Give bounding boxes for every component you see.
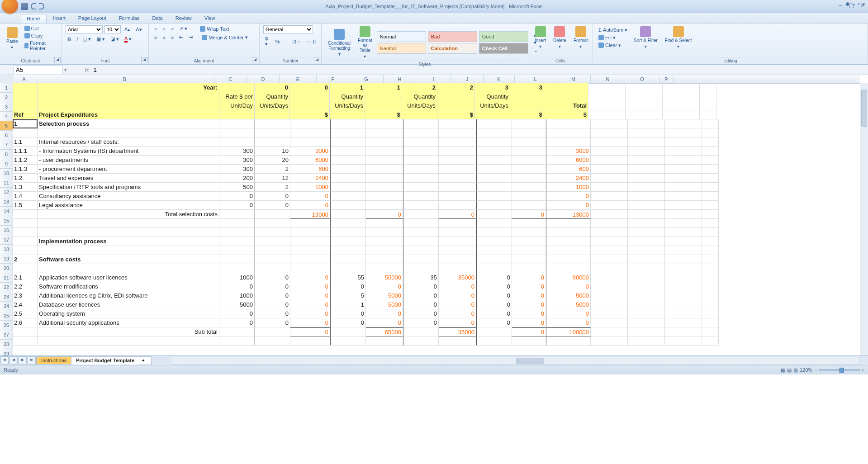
cell-P10[interactable] <box>702 165 719 174</box>
cell-L14[interactable]: 0 <box>546 201 591 210</box>
cell-A4[interactable]: Ref <box>13 110 38 119</box>
cell-D11[interactable]: 12 <box>255 174 290 183</box>
row-header-25[interactable]: 25 <box>0 311 13 321</box>
cell-D1[interactable]: 0 <box>255 83 290 92</box>
cell-J25[interactable]: 0 <box>476 300 512 309</box>
cell-A23[interactable]: 2.2 <box>13 282 38 291</box>
cell-G5[interactable] <box>366 119 403 128</box>
tab-nav-last[interactable]: ⏭ <box>28 356 36 365</box>
cell-F22[interactable]: 55 <box>330 273 366 282</box>
row-header-18[interactable]: 18 <box>0 245 13 254</box>
cell-P3[interactable] <box>700 101 716 110</box>
cell-H7[interactable] <box>403 137 439 147</box>
cell-B8[interactable]: - Information Systems (IS) department <box>38 147 219 156</box>
cell-I15[interactable]: 0 <box>439 210 476 219</box>
cell-G14[interactable] <box>366 201 403 210</box>
cell-M12[interactable] <box>591 183 628 192</box>
cell-O3[interactable] <box>663 101 700 110</box>
cell-B3[interactable] <box>38 101 219 110</box>
row-header-4[interactable]: 4 <box>0 112 13 121</box>
cell-E17[interactable] <box>290 228 330 237</box>
cell-A6[interactable] <box>13 128 38 137</box>
cell-J27[interactable]: 0 <box>476 318 512 327</box>
cell-N22[interactable] <box>628 273 665 282</box>
ribbon-minimize-icon[interactable]: – <box>853 1 855 7</box>
cell-L16[interactable] <box>546 219 591 228</box>
cell-E20[interactable] <box>290 255 330 264</box>
cell-B15[interactable]: Total selection costs <box>38 210 219 219</box>
cell-E14[interactable]: 0 <box>290 201 330 210</box>
cell-C12[interactable]: 500 <box>219 183 255 192</box>
cell-F23[interactable]: 0 <box>330 282 366 291</box>
row-header-29[interactable]: 29 <box>0 349 13 355</box>
cell-I5[interactable] <box>439 119 476 128</box>
cell-J17[interactable] <box>476 228 512 237</box>
select-all-corner[interactable] <box>0 75 13 83</box>
cell-N8[interactable] <box>628 147 665 156</box>
cell-K21[interactable] <box>512 264 546 273</box>
cell-K6[interactable] <box>512 128 546 137</box>
cell-N2[interactable] <box>626 92 663 101</box>
paste-button[interactable]: Paste ▾ <box>4 26 21 51</box>
font-launcher[interactable]: ◢ <box>141 57 147 63</box>
cell-I22[interactable]: 35000 <box>439 273 476 282</box>
cell-F3[interactable]: Units/Days <box>330 101 365 110</box>
cell-A5[interactable]: 1 <box>13 119 38 128</box>
cell-A26[interactable]: 2.5 <box>13 309 38 318</box>
row-header-26[interactable]: 26 <box>0 321 13 330</box>
cell-H27[interactable]: 0 <box>403 318 439 327</box>
cell-O11[interactable] <box>665 174 702 183</box>
cell-E11[interactable]: 2400 <box>290 174 330 183</box>
cell-F11[interactable] <box>330 174 366 183</box>
decrease-decimal-button[interactable]: ←.0 <box>305 38 318 45</box>
cell-A29[interactable] <box>13 336 38 346</box>
cell-M1[interactable] <box>588 83 626 92</box>
cell-B18[interactable]: Implementation process <box>38 237 219 246</box>
cell-A13[interactable]: 1.4 <box>13 192 38 201</box>
style-bad[interactable]: Bad <box>428 31 477 42</box>
align-top-button[interactable]: ≡ <box>152 26 159 32</box>
cell-J1[interactable]: 3 <box>475 83 510 92</box>
cell-I23[interactable]: 0 <box>439 282 476 291</box>
cell-H14[interactable] <box>403 201 439 210</box>
cell-H20[interactable] <box>403 255 439 264</box>
cell-K19[interactable] <box>512 246 546 255</box>
cell-I7[interactable] <box>439 137 476 147</box>
row-header-1[interactable]: 1 <box>0 83 13 93</box>
cell-K26[interactable]: 0 <box>512 309 546 318</box>
cell-C13[interactable]: 0 <box>219 192 255 201</box>
cell-B5[interactable]: Selection process <box>38 119 219 128</box>
cell-N5[interactable] <box>628 119 665 128</box>
col-header-J[interactable]: J <box>451 75 484 83</box>
cell-C7[interactable] <box>219 137 255 147</box>
cell-K1[interactable]: 3 <box>510 83 544 92</box>
cell-K4[interactable]: $ <box>510 110 544 119</box>
zoom-level[interactable]: 120% <box>800 367 812 373</box>
cell-E1[interactable]: 0 <box>290 83 330 92</box>
cell-O29[interactable] <box>665 336 702 346</box>
cell-N7[interactable] <box>628 137 665 147</box>
cell-D2[interactable]: Quantity <box>255 92 290 101</box>
cell-grid[interactable]: Year:00112233Rate $ perQuantityQuantityQ… <box>13 83 860 355</box>
copy-button[interactable]: Copy <box>23 33 58 39</box>
cell-L19[interactable] <box>546 246 591 255</box>
horizontal-scroll-thumb[interactable] <box>516 358 544 364</box>
cell-O23[interactable] <box>665 282 702 291</box>
tab-formulas[interactable]: Formulas <box>113 14 146 23</box>
cell-N13[interactable] <box>628 192 665 201</box>
tab-nav-next[interactable]: ▶ <box>19 356 27 365</box>
cell-M2[interactable] <box>588 92 626 101</box>
cell-A25[interactable]: 2.4 <box>13 300 38 309</box>
cell-C16[interactable] <box>219 219 255 228</box>
row-header-13[interactable]: 13 <box>0 197 13 207</box>
cell-N12[interactable] <box>628 183 665 192</box>
undo-icon[interactable] <box>31 3 36 9</box>
cell-D14[interactable]: 0 <box>255 201 290 210</box>
cell-N10[interactable] <box>628 165 665 174</box>
cell-C2[interactable]: Rate $ per <box>219 92 255 101</box>
cell-J2[interactable]: Quantity <box>475 92 510 101</box>
cell-N6[interactable] <box>628 128 665 137</box>
cell-D15[interactable] <box>255 210 290 219</box>
cell-L21[interactable] <box>546 264 591 273</box>
cell-K2[interactable] <box>510 92 544 101</box>
